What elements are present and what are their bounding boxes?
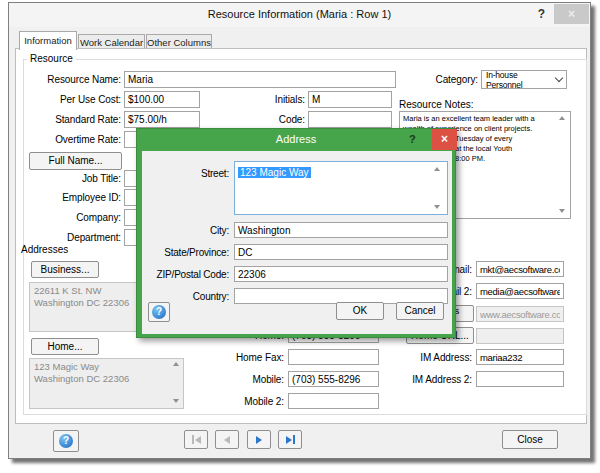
im-address2-input[interactable] xyxy=(476,371,564,387)
business-address-button[interactable]: Business... xyxy=(31,261,99,278)
email-input[interactable] xyxy=(476,261,564,277)
mobile-input[interactable] xyxy=(288,371,379,387)
home-address-box: 123 Magic Way Washington DC 22306 xyxy=(29,358,184,409)
category-label: Category: xyxy=(413,74,478,85)
home-fax-label: Home Fax: xyxy=(184,352,284,363)
initials-label: Initials: xyxy=(239,94,305,105)
help-button[interactable]: ? xyxy=(148,302,170,322)
nav-last-button[interactable] xyxy=(278,430,302,449)
street-value-selected: 123 Magic Way xyxy=(238,167,311,178)
close-icon[interactable]: × xyxy=(432,129,457,150)
employee-id-label: Employee ID: xyxy=(19,192,121,203)
address-dialog-title: Address xyxy=(137,133,455,145)
home-address-button[interactable]: Home... xyxy=(31,338,99,355)
street-label: Street: xyxy=(143,168,229,179)
close-button[interactable]: Close xyxy=(502,430,558,449)
screen: Resource Information (Maria : Row 1) ? ×… xyxy=(0,0,600,473)
mobile-label: Mobile: xyxy=(184,374,284,385)
resource-notes-label: Resource Notes: xyxy=(399,99,473,110)
resource-name-input[interactable] xyxy=(124,71,396,88)
ok-button[interactable]: OK xyxy=(336,302,384,320)
previous-record-icon xyxy=(224,436,230,444)
scroll-down-icon[interactable] xyxy=(559,209,565,213)
city-label: City: xyxy=(143,225,229,236)
help-icon[interactable]: ? xyxy=(409,133,416,145)
email2-input[interactable] xyxy=(476,283,564,299)
home-address-line: 123 Magic Way xyxy=(34,361,179,373)
zip-postal-code-input[interactable] xyxy=(234,266,448,282)
company-label: Company: xyxy=(19,212,121,223)
cancel-button[interactable]: Cancel xyxy=(396,302,444,320)
category-select[interactable]: In-house Personnel xyxy=(481,70,567,89)
scroll-up-icon[interactable] xyxy=(559,116,565,120)
code-label: Code: xyxy=(239,114,305,125)
chevron-down-icon xyxy=(555,74,563,82)
zip-postal-code-label: ZIP/Postal Code: xyxy=(143,269,229,280)
category-value: In-house Personnel xyxy=(486,70,556,90)
mobile2-label: Mobile 2: xyxy=(184,396,284,407)
resource-group-label: Resource xyxy=(27,53,76,64)
notes-line: Maria is an excellent team leader with a xyxy=(400,112,570,124)
im-address-label: IM Address: xyxy=(392,352,472,363)
addresses-group-label: Addresses xyxy=(21,244,68,255)
close-icon: × xyxy=(554,4,589,24)
department-label: Department: xyxy=(19,232,121,243)
window-title: Resource Information (Maria : Row 1) xyxy=(9,8,590,20)
state-province-label: State/Province: xyxy=(143,247,229,258)
scroll-down-icon[interactable] xyxy=(434,205,440,209)
home-address-line: Washington DC 22306 xyxy=(34,373,179,385)
home-url-field xyxy=(476,328,564,344)
initials-input[interactable] xyxy=(308,91,392,108)
help-button[interactable]: ? xyxy=(53,430,79,452)
nav-first-button xyxy=(184,430,208,449)
state-province-input[interactable] xyxy=(234,244,448,260)
im-address-input[interactable] xyxy=(476,349,564,365)
address-dialog: Address ? × Street: 123 Magic Way City: … xyxy=(136,128,456,338)
standard-rate-label: Standard Rate: xyxy=(19,114,121,125)
scroll-down-icon[interactable] xyxy=(173,399,179,403)
last-record-icon xyxy=(286,436,292,444)
per-use-cost-label: Per Use Cost: xyxy=(19,94,121,105)
code-input[interactable] xyxy=(308,111,392,128)
next-record-icon xyxy=(256,436,262,444)
city-input[interactable] xyxy=(234,222,448,238)
per-use-cost-input[interactable] xyxy=(124,91,200,108)
first-record-icon xyxy=(195,436,201,444)
tab-information[interactable]: Information xyxy=(19,31,77,50)
overtime-rate-label: Overtime Rate: xyxy=(19,134,121,145)
resource-name-label: Resource Name: xyxy=(19,74,121,85)
scroll-up-icon[interactable] xyxy=(173,362,179,366)
help-icon: ? xyxy=(152,305,166,319)
title-bar: Resource Information (Maria : Row 1) ? × xyxy=(9,3,590,27)
country-label: Country: xyxy=(143,291,229,302)
nav-next-button[interactable] xyxy=(247,430,271,449)
help-icon[interactable]: ? xyxy=(538,7,545,21)
full-name-button[interactable]: Full Name... xyxy=(29,152,122,170)
scroll-up-icon[interactable] xyxy=(434,167,440,171)
help-icon: ? xyxy=(59,434,73,448)
mobile2-input[interactable] xyxy=(288,393,379,409)
street-textarea[interactable]: 123 Magic Way xyxy=(234,161,448,215)
home-fax-input[interactable] xyxy=(288,349,379,365)
business-url-field xyxy=(476,306,564,322)
standard-rate-input[interactable] xyxy=(124,111,200,128)
nav-previous-button xyxy=(215,430,239,449)
job-title-label: Job Title: xyxy=(19,173,121,184)
im-address2-label: IM Address 2: xyxy=(392,374,472,385)
